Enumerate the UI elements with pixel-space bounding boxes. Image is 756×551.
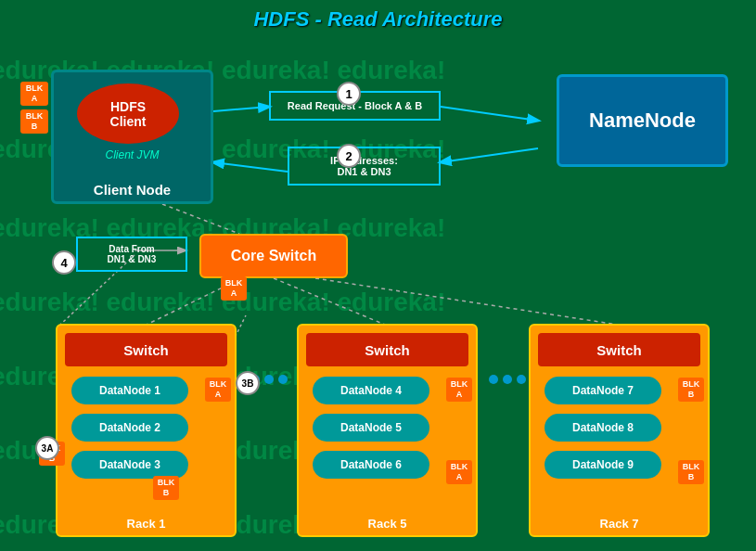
core-switch: Core Switch — [199, 234, 348, 278]
hdfs-client-box: HDFSClient — [77, 83, 179, 144]
rack-1-datanode-3: DataNode 3 — [71, 451, 188, 479]
ip-address-box: IP Addresses: DN1 & DN3 — [288, 147, 441, 186]
svg-line-4 — [162, 204, 239, 234]
data-from-line2: DN1 & DN3 — [108, 254, 157, 264]
page-title: HDFS - Read Architecture — [0, 7, 756, 32]
rack-1-datanode-2: DataNode 2 — [71, 414, 188, 442]
dot-5 — [503, 375, 512, 384]
rack-5-switch: Switch — [306, 333, 468, 366]
data-from-line1: Data From — [109, 244, 154, 254]
dots-group-2 — [489, 375, 526, 384]
step-3b: 3B — [236, 371, 260, 395]
step-1: 1 — [337, 82, 361, 106]
dot-4 — [489, 375, 498, 384]
rack7-blk-b-1: BLKB — [678, 378, 704, 402]
rack-7-datanode-8: DataNode 8 — [545, 414, 661, 442]
rack-7-datanode-9: DataNode 9 — [545, 451, 661, 479]
dot-3 — [278, 375, 288, 384]
rack-7-switch: Switch — [538, 333, 700, 366]
rack5-blk-a-2: BLKA — [446, 460, 472, 484]
rack1-blk-a: BLKA — [205, 378, 231, 402]
namenode-label: NameNode — [589, 109, 696, 133]
rack-1: Switch DataNode 1 DataNode 2 DataNode 3 … — [56, 324, 237, 537]
blk-b-badge: BLKB — [20, 109, 48, 134]
core-switch-label: Core Switch — [231, 248, 316, 264]
data-from-box: Data From DN1 & DN3 — [76, 237, 187, 272]
dot-6 — [517, 375, 526, 384]
hdfs-client-label: HDFSClient — [110, 99, 147, 129]
rack-1-label: Rack 1 — [58, 517, 235, 531]
rack-7-datanode-7: DataNode 7 — [545, 377, 661, 404]
svg-line-7 — [315, 278, 618, 325]
client-node-label: Client Node — [54, 182, 211, 198]
rack-1-switch: Switch — [65, 333, 227, 366]
svg-line-0 — [213, 107, 269, 111]
step-3a: 3A — [35, 436, 59, 460]
rack1-blk-a-top: BLKA — [221, 276, 247, 301]
rack-5-datanode-6: DataNode 6 — [313, 451, 429, 479]
svg-line-3 — [213, 162, 288, 172]
svg-line-1 — [441, 107, 538, 121]
client-jvm-label: Client JVM — [54, 148, 211, 161]
namenode-box: NameNode — [557, 74, 728, 167]
rack7-blk-b-2: BLKB — [678, 460, 704, 484]
blk-a-badge: BLKA — [20, 82, 48, 106]
client-node: HDFSClient Client JVM Client Node — [51, 70, 213, 204]
svg-line-2 — [441, 148, 538, 162]
ip-line2: DN1 & DN3 — [337, 166, 391, 177]
rack-5: Switch DataNode 4 DataNode 5 DataNode 6 … — [297, 324, 478, 537]
rack1-blk-b-bottom: BLKB — [153, 476, 179, 500]
rack-5-label: Rack 5 — [299, 517, 476, 531]
rack-1-datanode-1: DataNode 1 — [71, 377, 188, 404]
rack-5-datanode-5: DataNode 5 — [313, 414, 429, 442]
svg-line-6 — [274, 278, 385, 325]
step-2: 2 — [337, 144, 361, 168]
rack-7: Switch DataNode 7 DataNode 8 DataNode 9 … — [529, 324, 710, 537]
rack5-blk-a-1: BLKA — [446, 378, 472, 402]
rack-7-label: Rack 7 — [531, 517, 708, 531]
step-4: 4 — [52, 250, 76, 275]
dot-2 — [264, 375, 274, 384]
rack-5-datanode-4: DataNode 4 — [313, 377, 429, 404]
